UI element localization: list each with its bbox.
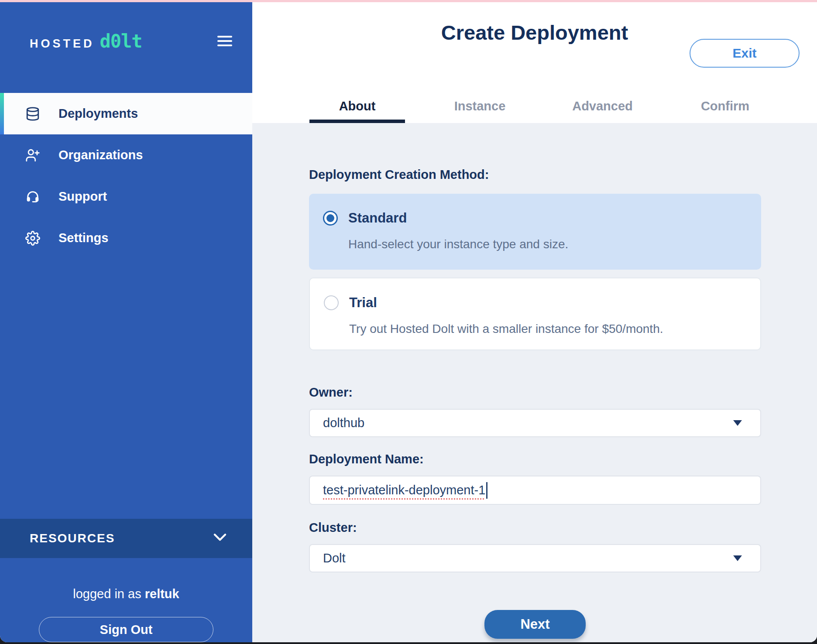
form-area: Deployment Creation Method: Standard Han…	[252, 123, 817, 642]
method-name: Standard	[348, 210, 407, 226]
cluster-label: Cluster:	[309, 521, 761, 534]
owner-select[interactable]: dolthub	[309, 409, 761, 437]
logo-hosted-text: HOSTED	[30, 37, 95, 51]
logged-in-prefix: logged in as	[73, 587, 144, 601]
cluster-select[interactable]: Dolt	[309, 544, 761, 572]
sidebar-header: HOSTED d0lt	[0, 2, 252, 93]
method-option-trial[interactable]: Trial Try out Hosted Dolt with a smaller…	[309, 277, 761, 350]
method-name: Trial	[349, 295, 377, 311]
logged-in-status: logged in as reltuk	[0, 587, 252, 601]
sidebar-item-label: Settings	[58, 231, 108, 245]
tab-instance[interactable]: Instance	[419, 99, 541, 123]
resources-section-toggle[interactable]: RESOURCES	[0, 519, 252, 558]
database-icon	[25, 106, 40, 121]
deployment-name-label: Deployment Name:	[309, 452, 761, 466]
hosted-dolt-logo[interactable]: HOSTED d0lt	[30, 31, 142, 52]
exit-button[interactable]: Exit	[690, 39, 800, 68]
owner-selected-value: dolthub	[323, 416, 364, 430]
logo-dolt-text: d0lt	[100, 31, 142, 52]
tab-confirm[interactable]: Confirm	[664, 99, 786, 123]
hamburger-menu-icon[interactable]	[217, 31, 232, 51]
method-description: Hand-select your instance type and size.	[348, 237, 744, 251]
chevron-down-icon	[213, 533, 227, 544]
gear-icon	[25, 231, 40, 246]
headset-icon	[25, 189, 40, 204]
sidebar-item-support[interactable]: Support	[0, 176, 252, 217]
cluster-field: Cluster: Dolt	[309, 521, 761, 572]
logged-in-username: reltuk	[145, 587, 179, 601]
main-header: Create Deployment Exit About Instance Ad…	[252, 2, 817, 123]
next-button[interactable]: Next	[484, 610, 586, 639]
sign-out-button[interactable]: Sign Out	[39, 617, 213, 642]
sidebar-item-deployments[interactable]: Deployments	[0, 93, 252, 134]
sidebar-item-settings[interactable]: Settings	[0, 217, 252, 259]
sidebar-item-label: Deployments	[58, 106, 138, 121]
resources-label: RESOURCES	[30, 531, 115, 545]
dropdown-caret-icon	[733, 420, 742, 426]
sidebar: HOSTED d0lt Deployments	[0, 2, 252, 642]
method-option-standard[interactable]: Standard Hand-select your instance type …	[309, 194, 761, 270]
owner-label: Owner:	[309, 385, 761, 399]
cluster-selected-value: Dolt	[323, 551, 346, 565]
dropdown-caret-icon	[733, 555, 742, 561]
wizard-tabs: About Instance Advanced Confirm	[296, 99, 786, 123]
create-deployment-form: Deployment Creation Method: Standard Han…	[309, 168, 761, 639]
creation-method-label: Deployment Creation Method:	[309, 168, 761, 182]
tab-advanced[interactable]: Advanced	[541, 99, 664, 123]
app-window: HOSTED d0lt Deployments	[0, 2, 817, 642]
owner-field: Owner: dolthub	[309, 385, 761, 437]
radio-trial[interactable]	[324, 295, 339, 310]
main-content: Create Deployment Exit About Instance Ad…	[252, 2, 817, 642]
sidebar-item-label: Support	[58, 189, 107, 204]
deployment-name-value: test-privatelink-deployment-1	[323, 483, 485, 497]
tab-about[interactable]: About	[296, 99, 419, 123]
deployment-name-input[interactable]: test-privatelink-deployment-1	[309, 476, 761, 505]
sidebar-item-organizations[interactable]: Organizations	[0, 134, 252, 176]
text-cursor	[486, 482, 487, 499]
deployment-name-field: Deployment Name: test-privatelink-deploy…	[309, 452, 761, 505]
method-description: Try out Hosted Dolt with a smaller insta…	[349, 322, 743, 336]
sidebar-item-label: Organizations	[58, 148, 143, 162]
radio-standard[interactable]	[323, 211, 338, 226]
sidebar-nav: Deployments Organizations	[0, 93, 252, 259]
person-add-icon	[25, 148, 40, 163]
